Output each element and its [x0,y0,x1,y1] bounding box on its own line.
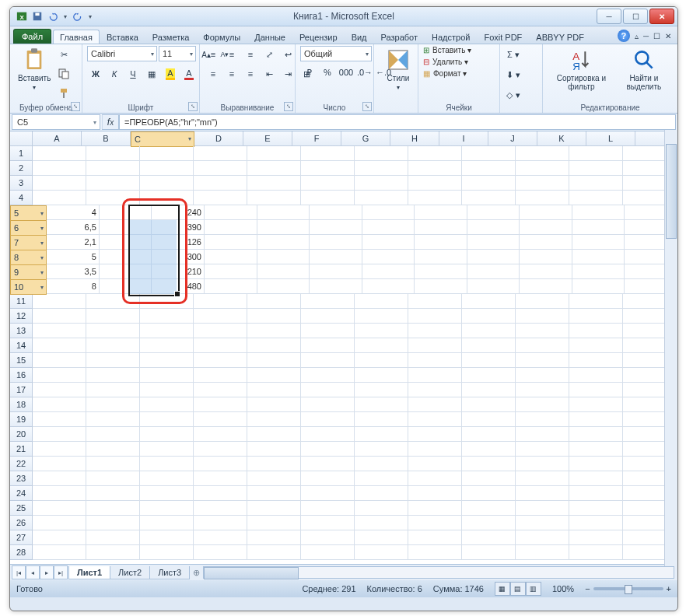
cell[interactable] [301,412,355,427]
cell[interactable] [140,161,194,176]
cell[interactable] [140,383,194,397]
cell[interactable] [362,235,415,250]
cell[interactable] [516,161,569,176]
cell[interactable]: 4 [47,205,100,220]
cell[interactable] [86,397,140,412]
cell[interactable] [467,264,520,279]
cell[interactable] [462,412,516,427]
qat-more-icon[interactable]: ▾ [86,9,94,23]
border-icon[interactable]: ▦ [143,65,160,82]
cell[interactable] [247,146,301,161]
cell[interactable]: 480 [152,279,205,294]
sheet-tab[interactable]: Лист3 [149,566,190,579]
name-box[interactable]: C5 [12,114,100,130]
cell[interactable] [355,294,408,309]
cell[interactable] [569,309,623,324]
cell[interactable] [516,146,569,161]
cell[interactable] [140,457,194,471]
cell[interactable] [140,397,194,412]
cell[interactable] [247,161,301,176]
cell[interactable] [247,397,301,412]
styles-button[interactable]: Стили ▾ [379,46,418,93]
cell[interactable] [467,205,520,220]
cell[interactable] [86,324,140,338]
cell[interactable]: 5 [47,250,100,264]
cell[interactable] [355,545,408,560]
cell[interactable] [310,235,362,250]
cell[interactable] [462,397,516,412]
cell[interactable] [301,294,355,309]
cell[interactable] [140,353,194,368]
align-top-icon[interactable]: ≡ [205,46,222,63]
cell[interactable] [516,442,569,457]
cell[interactable] [408,353,462,368]
cell[interactable] [462,471,516,486]
help-icon[interactable]: ? [618,30,630,42]
cell[interactable] [247,383,301,397]
cell[interactable] [415,279,467,294]
cell[interactable] [194,457,247,471]
cell[interactable] [301,457,355,471]
cell[interactable] [301,427,355,442]
cell[interactable] [462,383,516,397]
cell[interactable] [516,427,569,442]
row-header[interactable]: 10 [10,279,47,295]
row-header[interactable]: 24 [10,486,33,501]
cell[interactable] [86,146,140,161]
cell[interactable] [205,235,257,250]
doc-restore-icon[interactable]: ☐ [653,32,660,40]
row-header[interactable]: 8 [10,250,47,265]
cell[interactable] [86,176,140,191]
cell[interactable] [247,545,301,560]
view-normal-icon[interactable]: ▦ [495,582,510,596]
row-header[interactable]: 4 [10,191,33,205]
cell[interactable] [462,146,516,161]
cell[interactable] [33,486,86,501]
row-header[interactable]: 22 [10,457,33,471]
cell[interactable] [194,146,247,161]
cell[interactable] [247,176,301,191]
horizontal-scrollbar[interactable] [203,566,674,579]
cell[interactable] [355,324,408,338]
cell[interactable] [247,368,301,383]
cell[interactable] [257,220,310,235]
view-layout-icon[interactable]: ▤ [510,582,526,596]
insert-cells-button[interactable]: ⊞Вставить ▾ [423,46,471,54]
cell[interactable] [572,205,625,220]
cell[interactable] [301,442,355,457]
align-left-icon[interactable]: ≡ [205,65,222,82]
cell[interactable] [408,191,462,205]
cell[interactable] [247,516,301,530]
sort-filter-button[interactable]: АЯ Сортировка и фильтр [548,46,615,93]
fill-color-icon[interactable]: A [162,65,179,82]
tab-надстрой[interactable]: Надстрой [425,30,477,44]
number-dialog-launcher[interactable]: ⤡ [362,102,372,111]
cell[interactable] [462,486,516,501]
cell[interactable] [140,324,194,338]
undo-icon[interactable] [46,9,60,23]
cell[interactable] [355,146,408,161]
ribbon-minimize-icon[interactable]: ▵ [635,32,639,40]
formula-bar[interactable]: =ПРЕОБР(A5;"hr";"mn") [119,114,676,130]
cell[interactable] [408,442,462,457]
underline-button[interactable]: Ч [124,65,142,82]
row-header[interactable]: 20 [10,427,33,442]
cell[interactable] [462,516,516,530]
cell[interactable]: 6,5 [47,220,100,235]
column-header[interactable]: A [33,131,82,145]
cell[interactable] [415,250,467,264]
cell[interactable] [408,427,462,442]
increase-decimal-icon[interactable]: .0→ [356,64,373,81]
cell[interactable] [33,471,86,486]
cell[interactable] [140,412,194,427]
cell[interactable] [301,146,355,161]
cell[interactable] [194,530,247,545]
cell[interactable] [408,545,462,560]
cell[interactable] [301,516,355,530]
cell[interactable] [415,205,467,220]
cell[interactable] [194,338,247,353]
row-header[interactable]: 5 [10,205,47,221]
tab-рецензир[interactable]: Рецензир [292,30,345,44]
cell[interactable] [569,530,623,545]
cell[interactable] [140,146,194,161]
